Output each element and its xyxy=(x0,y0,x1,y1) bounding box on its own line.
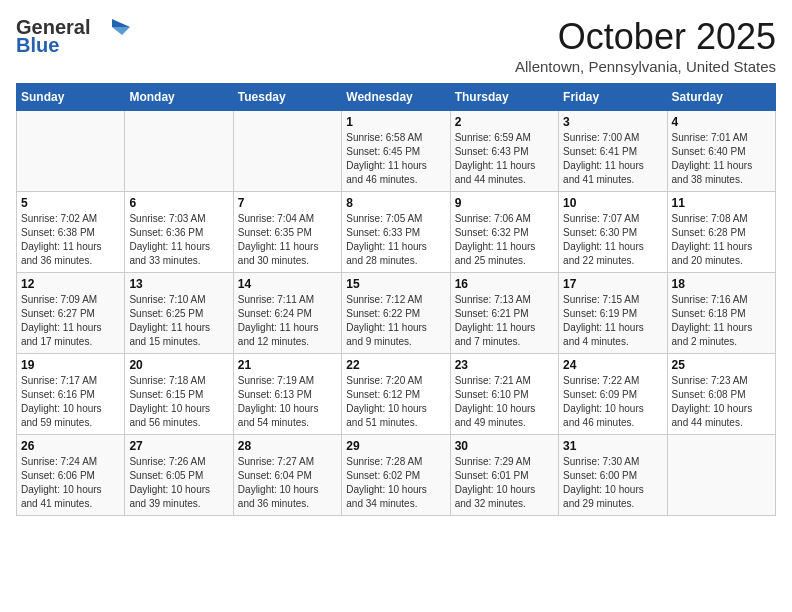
day-info: Sunrise: 7:00 AM Sunset: 6:41 PM Dayligh… xyxy=(563,131,662,187)
day-cell: 12Sunrise: 7:09 AM Sunset: 6:27 PM Dayli… xyxy=(17,273,125,354)
day-cell: 24Sunrise: 7:22 AM Sunset: 6:09 PM Dayli… xyxy=(559,354,667,435)
day-cell: 29Sunrise: 7:28 AM Sunset: 6:02 PM Dayli… xyxy=(342,435,450,516)
day-number: 15 xyxy=(346,277,445,291)
column-header-monday: Monday xyxy=(125,84,233,111)
week-row-2: 5Sunrise: 7:02 AM Sunset: 6:38 PM Daylig… xyxy=(17,192,776,273)
day-cell: 30Sunrise: 7:29 AM Sunset: 6:01 PM Dayli… xyxy=(450,435,558,516)
day-cell xyxy=(233,111,341,192)
column-header-sunday: Sunday xyxy=(17,84,125,111)
day-number: 24 xyxy=(563,358,662,372)
week-row-1: 1Sunrise: 6:58 AM Sunset: 6:45 PM Daylig… xyxy=(17,111,776,192)
day-cell: 8Sunrise: 7:05 AM Sunset: 6:33 PM Daylig… xyxy=(342,192,450,273)
day-cell: 18Sunrise: 7:16 AM Sunset: 6:18 PM Dayli… xyxy=(667,273,775,354)
day-info: Sunrise: 7:11 AM Sunset: 6:24 PM Dayligh… xyxy=(238,293,337,349)
day-info: Sunrise: 7:10 AM Sunset: 6:25 PM Dayligh… xyxy=(129,293,228,349)
day-info: Sunrise: 7:13 AM Sunset: 6:21 PM Dayligh… xyxy=(455,293,554,349)
day-cell: 31Sunrise: 7:30 AM Sunset: 6:00 PM Dayli… xyxy=(559,435,667,516)
day-number: 23 xyxy=(455,358,554,372)
day-info: Sunrise: 7:07 AM Sunset: 6:30 PM Dayligh… xyxy=(563,212,662,268)
day-cell xyxy=(667,435,775,516)
day-info: Sunrise: 7:26 AM Sunset: 6:05 PM Dayligh… xyxy=(129,455,228,511)
day-info: Sunrise: 6:59 AM Sunset: 6:43 PM Dayligh… xyxy=(455,131,554,187)
day-number: 18 xyxy=(672,277,771,291)
day-info: Sunrise: 7:22 AM Sunset: 6:09 PM Dayligh… xyxy=(563,374,662,430)
day-number: 22 xyxy=(346,358,445,372)
day-info: Sunrise: 7:06 AM Sunset: 6:32 PM Dayligh… xyxy=(455,212,554,268)
day-cell: 11Sunrise: 7:08 AM Sunset: 6:28 PM Dayli… xyxy=(667,192,775,273)
day-cell: 17Sunrise: 7:15 AM Sunset: 6:19 PM Dayli… xyxy=(559,273,667,354)
title-area: October 2025 Allentown, Pennsylvania, Un… xyxy=(515,16,776,75)
day-number: 16 xyxy=(455,277,554,291)
day-number: 8 xyxy=(346,196,445,210)
day-number: 11 xyxy=(672,196,771,210)
column-header-saturday: Saturday xyxy=(667,84,775,111)
day-cell: 4Sunrise: 7:01 AM Sunset: 6:40 PM Daylig… xyxy=(667,111,775,192)
week-row-4: 19Sunrise: 7:17 AM Sunset: 6:16 PM Dayli… xyxy=(17,354,776,435)
day-number: 17 xyxy=(563,277,662,291)
day-cell: 26Sunrise: 7:24 AM Sunset: 6:06 PM Dayli… xyxy=(17,435,125,516)
day-info: Sunrise: 7:05 AM Sunset: 6:33 PM Dayligh… xyxy=(346,212,445,268)
day-number: 30 xyxy=(455,439,554,453)
day-info: Sunrise: 7:24 AM Sunset: 6:06 PM Dayligh… xyxy=(21,455,120,511)
day-info: Sunrise: 7:17 AM Sunset: 6:16 PM Dayligh… xyxy=(21,374,120,430)
day-info: Sunrise: 7:23 AM Sunset: 6:08 PM Dayligh… xyxy=(672,374,771,430)
day-info: Sunrise: 7:20 AM Sunset: 6:12 PM Dayligh… xyxy=(346,374,445,430)
day-number: 25 xyxy=(672,358,771,372)
day-info: Sunrise: 7:01 AM Sunset: 6:40 PM Dayligh… xyxy=(672,131,771,187)
day-info: Sunrise: 7:19 AM Sunset: 6:13 PM Dayligh… xyxy=(238,374,337,430)
day-number: 5 xyxy=(21,196,120,210)
day-info: Sunrise: 7:21 AM Sunset: 6:10 PM Dayligh… xyxy=(455,374,554,430)
day-cell: 25Sunrise: 7:23 AM Sunset: 6:08 PM Dayli… xyxy=(667,354,775,435)
svg-marker-1 xyxy=(112,27,130,35)
column-header-tuesday: Tuesday xyxy=(233,84,341,111)
day-number: 29 xyxy=(346,439,445,453)
day-info: Sunrise: 7:08 AM Sunset: 6:28 PM Dayligh… xyxy=(672,212,771,268)
day-number: 3 xyxy=(563,115,662,129)
day-cell: 28Sunrise: 7:27 AM Sunset: 6:04 PM Dayli… xyxy=(233,435,341,516)
day-info: Sunrise: 7:02 AM Sunset: 6:38 PM Dayligh… xyxy=(21,212,120,268)
day-info: Sunrise: 7:18 AM Sunset: 6:15 PM Dayligh… xyxy=(129,374,228,430)
day-number: 12 xyxy=(21,277,120,291)
day-cell: 21Sunrise: 7:19 AM Sunset: 6:13 PM Dayli… xyxy=(233,354,341,435)
day-cell: 15Sunrise: 7:12 AM Sunset: 6:22 PM Dayli… xyxy=(342,273,450,354)
logo-bird-icon xyxy=(94,17,130,37)
calendar-table: SundayMondayTuesdayWednesdayThursdayFrid… xyxy=(16,83,776,516)
day-info: Sunrise: 7:15 AM Sunset: 6:19 PM Dayligh… xyxy=(563,293,662,349)
day-info: Sunrise: 7:27 AM Sunset: 6:04 PM Dayligh… xyxy=(238,455,337,511)
week-row-5: 26Sunrise: 7:24 AM Sunset: 6:06 PM Dayli… xyxy=(17,435,776,516)
day-number: 28 xyxy=(238,439,337,453)
logo-blue: Blue xyxy=(16,34,59,57)
day-cell xyxy=(17,111,125,192)
day-info: Sunrise: 6:58 AM Sunset: 6:45 PM Dayligh… xyxy=(346,131,445,187)
day-info: Sunrise: 7:03 AM Sunset: 6:36 PM Dayligh… xyxy=(129,212,228,268)
column-header-friday: Friday xyxy=(559,84,667,111)
day-number: 9 xyxy=(455,196,554,210)
day-info: Sunrise: 7:29 AM Sunset: 6:01 PM Dayligh… xyxy=(455,455,554,511)
day-cell: 7Sunrise: 7:04 AM Sunset: 6:35 PM Daylig… xyxy=(233,192,341,273)
day-cell: 5Sunrise: 7:02 AM Sunset: 6:38 PM Daylig… xyxy=(17,192,125,273)
day-cell: 19Sunrise: 7:17 AM Sunset: 6:16 PM Dayli… xyxy=(17,354,125,435)
day-cell: 10Sunrise: 7:07 AM Sunset: 6:30 PM Dayli… xyxy=(559,192,667,273)
day-info: Sunrise: 7:09 AM Sunset: 6:27 PM Dayligh… xyxy=(21,293,120,349)
day-info: Sunrise: 7:30 AM Sunset: 6:00 PM Dayligh… xyxy=(563,455,662,511)
logo: General Blue xyxy=(16,16,130,57)
day-number: 26 xyxy=(21,439,120,453)
day-cell: 16Sunrise: 7:13 AM Sunset: 6:21 PM Dayli… xyxy=(450,273,558,354)
day-info: Sunrise: 7:12 AM Sunset: 6:22 PM Dayligh… xyxy=(346,293,445,349)
day-cell: 14Sunrise: 7:11 AM Sunset: 6:24 PM Dayli… xyxy=(233,273,341,354)
day-cell: 23Sunrise: 7:21 AM Sunset: 6:10 PM Dayli… xyxy=(450,354,558,435)
column-header-thursday: Thursday xyxy=(450,84,558,111)
day-info: Sunrise: 7:16 AM Sunset: 6:18 PM Dayligh… xyxy=(672,293,771,349)
header-row: SundayMondayTuesdayWednesdayThursdayFrid… xyxy=(17,84,776,111)
day-number: 10 xyxy=(563,196,662,210)
day-cell: 1Sunrise: 6:58 AM Sunset: 6:45 PM Daylig… xyxy=(342,111,450,192)
day-number: 7 xyxy=(238,196,337,210)
day-cell: 2Sunrise: 6:59 AM Sunset: 6:43 PM Daylig… xyxy=(450,111,558,192)
calendar-title: October 2025 xyxy=(515,16,776,58)
day-number: 27 xyxy=(129,439,228,453)
day-cell: 9Sunrise: 7:06 AM Sunset: 6:32 PM Daylig… xyxy=(450,192,558,273)
day-number: 21 xyxy=(238,358,337,372)
header: General Blue October 2025 Allentown, Pen… xyxy=(16,16,776,75)
day-cell: 27Sunrise: 7:26 AM Sunset: 6:05 PM Dayli… xyxy=(125,435,233,516)
day-cell: 20Sunrise: 7:18 AM Sunset: 6:15 PM Dayli… xyxy=(125,354,233,435)
